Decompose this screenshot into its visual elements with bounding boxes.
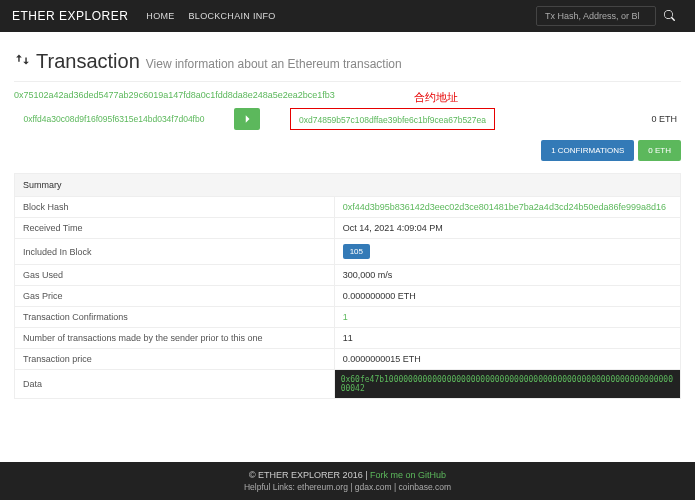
from-address[interactable]: 0xffd4a30c08d9f16f095f6315e14bd034f7d04f… [14,114,214,124]
nav-home[interactable]: HOME [146,11,174,21]
nonce-value: 11 [334,328,680,349]
received-time-value: Oct 14, 2021 4:09:04 PM [334,218,680,239]
search-icon [664,10,675,21]
table-row: Block Hash0xf44d3b95b836142d3eec02d3ce80… [15,197,681,218]
footer: © ETHER EXPLORER 2016 | Fork me on GitHu… [0,462,695,500]
github-link[interactable]: Fork me on GitHub [370,470,446,480]
divider [14,81,681,82]
gas-used-value: 300,000 m/s [334,265,680,286]
row-label: Block Hash [15,197,335,218]
search-input[interactable] [536,6,656,26]
block-hash-value[interactable]: 0xf44d3b95b836142d3eec02d3ce801481be7ba2… [334,197,680,218]
row-label: Data [15,370,335,399]
row-label: Transaction Confirmations [15,307,335,328]
row-label: Gas Used [15,265,335,286]
transfer-row: 合约地址 0xffd4a30c08d9f16f095f6315e14bd034f… [14,108,681,130]
search-button[interactable] [656,5,683,28]
row-label: Gas Price [15,286,335,307]
table-row: Included In Block105 [15,239,681,265]
main-container: Transaction View information about an Et… [0,32,695,399]
table-row: Transaction Confirmations1 [15,307,681,328]
to-address[interactable]: 0xd74859b57c108dffae39bfe6c1bf9cea67b527… [299,115,486,125]
summary-table: Summary Block Hash0xf44d3b95b836142d3eec… [14,173,681,399]
tx-hash[interactable]: 0x75102a42ad36ded5477ab29c6019a147fd8a0c… [14,90,681,100]
row-label: Received Time [15,218,335,239]
arrow-right-icon [242,114,252,124]
summary-header: Summary [15,174,681,197]
table-row: Received TimeOct 14, 2021 4:09:04 PM [15,218,681,239]
brand-logo[interactable]: ETHER EXPLORER [12,9,128,23]
eth-badge: 0 ETH [638,140,681,161]
page-title: Transaction [36,50,140,73]
row-label: Transaction price [15,349,335,370]
arrow-button [234,108,260,130]
table-row: Number of transactions made by the sende… [15,328,681,349]
tx-price-value: 0.0000000015 ETH [334,349,680,370]
block-number-cell: 105 [334,239,680,265]
to-address-highlight: 0xd74859b57c108dffae39bfe6c1bf9cea67b527… [290,108,495,130]
data-value: 0x60fe47b1000000000000000000000000000000… [335,370,680,398]
page-subtitle: View information about an Ethereum trans… [146,57,402,71]
gas-price-value: 0.000000000 ETH [334,286,680,307]
data-cell-wrap: 0x60fe47b1000000000000000000000000000000… [334,370,680,399]
footer-line1: © ETHER EXPLORER 2016 | Fork me on GitHu… [0,470,695,480]
eth-amount: 0 ETH [651,114,681,124]
table-row: Data0x60fe47b100000000000000000000000000… [15,370,681,399]
transaction-icon [14,51,31,68]
table-row: Transaction price0.0000000015 ETH [15,349,681,370]
nav-blockchain-info[interactable]: BLOCKCHAIN INFO [189,11,276,21]
contract-annotation: 合约地址 [414,90,458,105]
row-label: Number of transactions made by the sende… [15,328,335,349]
tx-confirmations-value: 1 [334,307,680,328]
block-number-badge[interactable]: 105 [343,244,370,259]
badges-row: 1 CONFIRMATIONS 0 ETH [14,140,681,161]
nav-search-group [536,5,683,28]
table-row: Gas Price0.000000000 ETH [15,286,681,307]
confirmations-badge: 1 CONFIRMATIONS [541,140,634,161]
navbar: ETHER EXPLORER HOME BLOCKCHAIN INFO [0,0,695,32]
copyright-text: © ETHER EXPLORER 2016 | [249,470,370,480]
page-header: Transaction View information about an Et… [14,50,681,73]
table-row: Gas Used300,000 m/s [15,265,681,286]
row-label: Included In Block [15,239,335,265]
footer-links: Helpful Links: ethereum.org | gdax.com |… [0,482,695,492]
